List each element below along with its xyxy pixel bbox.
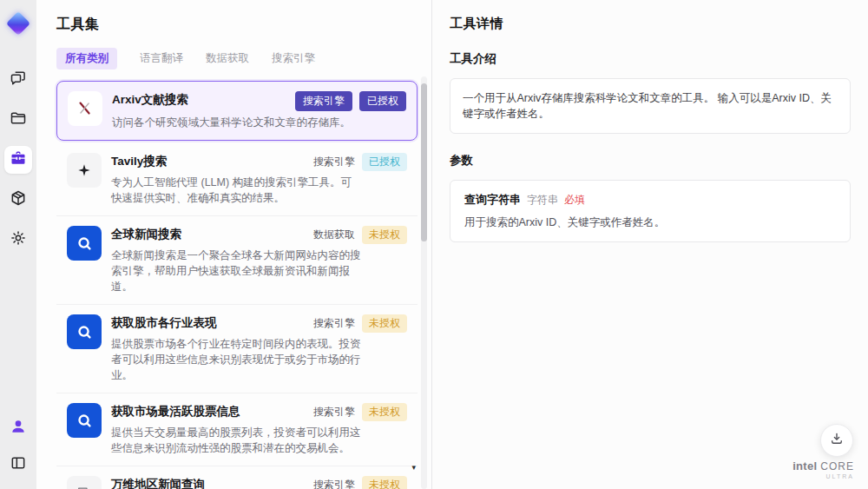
- category-badge: 数据获取: [313, 228, 355, 242]
- newspaper-icon: [67, 476, 102, 489]
- intro-text: 一个用于从Arxiv存储库搜索科学论文和文章的工具。 输入可以是Arxiv ID…: [463, 92, 832, 120]
- folder-icon: [10, 109, 27, 130]
- tool-description: 访问各个研究领域大量科学论文和文章的存储库。: [112, 115, 362, 130]
- gear-icon: [10, 229, 27, 250]
- rail-bottom: [4, 414, 32, 479]
- intro-heading: 工具介绍: [450, 51, 851, 67]
- download-icon: [829, 431, 845, 450]
- tool-card-arxiv[interactable]: Arxiv文献搜索 搜索引擎 已授权 访问各个研究领域大量科学论文和文章的存储库…: [56, 81, 418, 141]
- tool-card-regional-news[interactable]: 万维地区新闻查询 搜索引擎 未授权 查询具体行政区划内的新闻，快速了解各地新闻动: [56, 466, 418, 489]
- collapse-panel-icon: [10, 454, 27, 475]
- sidebar-item-account[interactable]: [4, 414, 32, 442]
- tool-name: Tavily搜索: [111, 153, 306, 169]
- auth-status-badge: 未授权: [362, 476, 407, 489]
- tool-card-tavily[interactable]: Tavily搜索 搜索引擎 已授权 专为人工智能代理 (LLM) 构建的搜索引擎…: [56, 143, 418, 216]
- tool-description: 提供股票市场各个行业在特定时间段内的表现。投资者可以利用这些信息来识别表现优于或…: [111, 336, 361, 383]
- param-box: 查询字符串 字符串 必填 用于搜索的Arxiv ID、关键字或作者姓名。: [450, 180, 851, 242]
- news-search-icon: [67, 403, 102, 438]
- tool-description: 提供当天交易量最高的股票列表，投资者可以利用这些信息来识别流动性强的股票和潜在的…: [111, 425, 361, 456]
- tab-search-engine[interactable]: 搜索引擎: [272, 51, 315, 66]
- detail-panel-title: 工具详情: [450, 16, 851, 32]
- auth-status-badge: 已授权: [362, 153, 407, 171]
- user-icon: [10, 418, 27, 439]
- category-badge: 搜索引擎: [313, 155, 355, 169]
- auth-status-badge: 未授权: [362, 226, 407, 244]
- category-badge: 搜索引擎: [295, 91, 352, 111]
- brand-intel: intel: [792, 459, 817, 472]
- brand-core: CORE: [820, 460, 854, 472]
- tab-language-translation[interactable]: 语言翻译: [140, 51, 183, 66]
- app-logo[interactable]: [5, 10, 31, 36]
- page-title: 工具集: [56, 16, 418, 34]
- category-badge: 搜索引擎: [313, 478, 355, 489]
- list-scrollbar-track[interactable]: [421, 76, 427, 489]
- logo-diamond-icon: [6, 11, 30, 36]
- list-scrollbar-thumb[interactable]: [421, 83, 427, 241]
- tool-card-sector-performance[interactable]: 获取股市各行业表现 搜索引擎 未授权 提供股票市场各个行业在特定时间段内的表现。…: [56, 305, 418, 393]
- tool-name: 万维地区新闻查询: [111, 476, 306, 489]
- params-heading: 参数: [450, 153, 851, 169]
- auth-status-badge: 未授权: [362, 314, 407, 333]
- collapse-sidebar-button[interactable]: [4, 451, 32, 479]
- tool-list: Arxiv文献搜索 搜索引擎 已授权 访问各个研究领域大量科学论文和文章的存储库…: [56, 81, 418, 489]
- intro-box: 一个用于从Arxiv存储库搜索科学论文和文章的工具。 输入可以是Arxiv ID…: [450, 78, 851, 134]
- tool-description: 全球新闻搜索是一个聚合全球各大新闻网站内容的搜索引擎，帮助用户快速获取全球最新资…: [111, 248, 361, 294]
- app-window: 工具集 所有类别 语言翻译 数据获取 搜索引擎 Arxiv文献搜索: [0, 0, 868, 489]
- sidebar-item-chat[interactable]: [4, 66, 32, 94]
- intel-core-logo: intel CORE ULTRA: [792, 461, 854, 482]
- news-search-icon: [67, 226, 102, 261]
- sidebar-item-files[interactable]: [4, 106, 32, 134]
- category-badge: 搜索引擎: [313, 316, 355, 331]
- tool-name: 获取股市各行业表现: [111, 314, 306, 331]
- news-search-icon: [67, 314, 102, 349]
- tool-name: Arxiv文献搜索: [112, 91, 288, 108]
- package-icon: [10, 189, 27, 210]
- scroll-down-indicator: ▾: [411, 463, 416, 472]
- category-tabs: 所有类别 语言翻译 数据获取 搜索引擎: [56, 48, 418, 69]
- tool-detail-panel: 工具详情 工具介绍 一个用于从Arxiv存储库搜索科学论文和文章的工具。 输入可…: [431, 0, 868, 489]
- sidebar-item-packages[interactable]: [4, 186, 32, 214]
- tab-all-categories[interactable]: 所有类别: [56, 48, 117, 69]
- arxiv-icon: [68, 91, 102, 126]
- tab-data-fetch[interactable]: 数据获取: [206, 51, 249, 66]
- auth-status-badge: 已授权: [359, 91, 406, 111]
- tavily-star-icon: [67, 153, 102, 188]
- tool-name: 获取市场最活跃股票信息: [111, 403, 306, 420]
- rail-nav: [4, 66, 32, 254]
- tool-card-global-news[interactable]: 全球新闻搜索 数据获取 未授权 全球新闻搜索是一个聚合全球各大新闻网站内容的搜索…: [56, 216, 418, 305]
- param-description: 用于搜索的Arxiv ID、关键字或作者姓名。: [464, 215, 836, 230]
- tool-description: 专为人工智能代理 (LLM) 构建的搜索引擎工具。可快速提供实时、准确和真实的结…: [111, 175, 361, 206]
- tool-card-active-stocks[interactable]: 获取市场最活跃股票信息 搜索引擎 未授权 提供当天交易量最高的股票列表，投资者可…: [56, 393, 418, 466]
- sidebar-item-tools[interactable]: [4, 146, 32, 174]
- sidebar-item-settings[interactable]: [4, 226, 32, 254]
- param-name: 查询字符串: [464, 192, 521, 208]
- chat-icon: [10, 69, 27, 90]
- tool-list-panel: 工具集 所有类别 语言翻译 数据获取 搜索引擎 Arxiv文献搜索: [36, 0, 431, 489]
- toolbox-icon: [10, 149, 27, 170]
- icon-rail: [0, 0, 36, 489]
- brand-ultra: ULTRA: [792, 472, 854, 482]
- param-type: 字符串: [527, 193, 558, 208]
- param-required-flag: 必填: [564, 193, 585, 208]
- category-badge: 搜索引擎: [313, 405, 355, 420]
- download-button[interactable]: [820, 424, 853, 457]
- auth-status-badge: 未授权: [362, 403, 407, 421]
- tool-name: 全球新闻搜索: [111, 226, 306, 242]
